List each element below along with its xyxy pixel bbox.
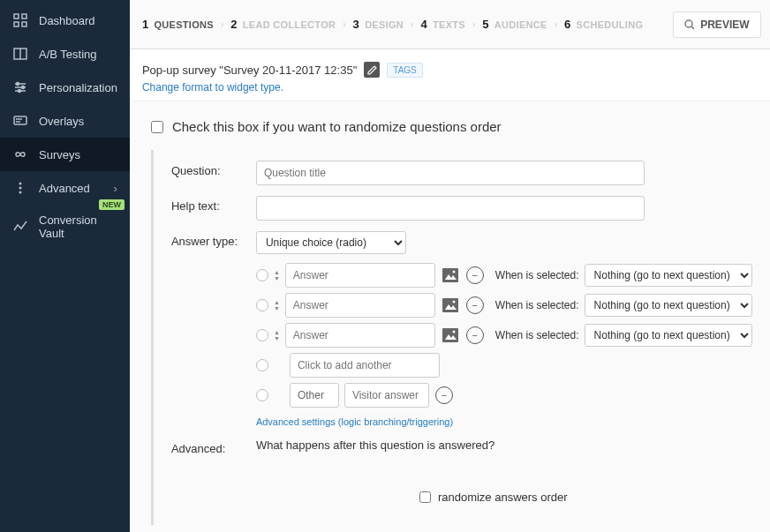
step-texts[interactable]: 4TEXTS [420, 18, 464, 31]
radio-icon[interactable] [256, 329, 268, 341]
radio-icon[interactable] [256, 359, 268, 371]
svg-point-15 [19, 183, 22, 185]
randomize-questions-checkbox[interactable] [151, 121, 163, 133]
answer-input[interactable] [285, 263, 435, 288]
svg-point-17 [19, 191, 22, 194]
answer-type-select[interactable]: Unique choice (radio) [256, 231, 406, 254]
when-selected-label: When is selected: [495, 329, 579, 341]
radio-icon[interactable] [256, 389, 268, 401]
sidebar-item-label: Advanced [39, 182, 103, 195]
survey-title: Pop-up survey "Survey 20-11-2017 12:35" [142, 64, 357, 77]
main: 1QUESTIONS › 2LEAD COLLECTOR › 3DESIGN ›… [130, 0, 770, 532]
sidebar: Dashboard A/B Testing Personalization Ov… [0, 0, 130, 532]
remove-other-button[interactable]: − [434, 386, 454, 405]
step-separator: › [343, 19, 345, 29]
svg-point-11 [19, 90, 21, 93]
answer-row: ▲▼ − When is selected: Nothing (go to ne… [256, 293, 752, 318]
svg-point-10 [22, 86, 25, 89]
image-icon[interactable] [441, 326, 460, 345]
when-selected-select[interactable]: Nothing (go to next question) [585, 294, 752, 317]
step-questions[interactable]: 1QUESTIONS [142, 18, 214, 31]
steps-bar: 1QUESTIONS › 2LEAD COLLECTOR › 3DESIGN ›… [130, 0, 770, 49]
add-another-row [256, 353, 752, 378]
step-separator: › [472, 19, 475, 29]
other-label-input[interactable] [290, 383, 339, 408]
step-separator: › [555, 19, 557, 29]
grid-icon [12, 12, 28, 28]
edit-title-button[interactable] [364, 62, 380, 78]
randomize-answers-label: randomize answers order [438, 491, 568, 504]
sidebar-item-conversion-vault[interactable]: NEW Conversion Vault [0, 205, 130, 249]
step-separator: › [411, 19, 413, 29]
answer-input[interactable] [285, 293, 435, 318]
sort-handle[interactable]: ▲▼ [274, 299, 280, 311]
answer-type-label: Answer type: [171, 231, 256, 248]
question-title-input[interactable] [256, 161, 645, 185]
sidebar-item-label: A/B Testing [39, 48, 117, 61]
tags-button[interactable]: TAGS [387, 63, 422, 78]
remove-answer-button[interactable]: − [465, 326, 485, 345]
answer-row: ▲▼ − When is selected: Nothing (go to ne… [256, 323, 752, 348]
svg-point-28 [452, 331, 455, 333]
message-icon [12, 113, 28, 129]
preview-button[interactable]: PREVIEW [673, 11, 760, 38]
step-audience[interactable]: 5AUDIENCE [482, 18, 547, 31]
sidebar-item-label: Conversion Vault [39, 214, 117, 240]
svg-rect-2 [14, 22, 19, 26]
answer-row: ▲▼ − When is selected: Nothing (go to ne… [256, 263, 752, 288]
svg-rect-26 [442, 328, 458, 342]
radio-icon[interactable] [256, 299, 268, 311]
radio-icon[interactable] [256, 269, 268, 281]
infinity-icon [12, 146, 28, 162]
sidebar-item-overlays[interactable]: Overlays [0, 104, 130, 138]
svg-point-9 [17, 83, 19, 86]
svg-point-22 [452, 271, 455, 273]
image-icon[interactable] [441, 266, 460, 285]
sidebar-item-abtesting[interactable]: A/B Testing [0, 37, 130, 71]
columns-icon [12, 46, 28, 62]
svg-rect-12 [14, 116, 26, 124]
image-icon[interactable] [441, 296, 460, 315]
sidebar-item-dashboard[interactable]: Dashboard [0, 4, 130, 37]
when-selected-select[interactable]: Nothing (go to next question) [585, 324, 752, 347]
step-lead-collector[interactable]: 2LEAD COLLECTOR [230, 18, 336, 31]
chart-icon [12, 219, 28, 235]
sidebar-item-surveys[interactable]: Surveys [0, 138, 130, 171]
sort-handle[interactable]: ▲▼ [274, 269, 280, 281]
help-text-input[interactable] [256, 196, 645, 221]
question-label: Question: [171, 161, 256, 177]
randomize-answers-checkbox[interactable] [419, 491, 431, 503]
when-selected-label: When is selected: [495, 269, 579, 281]
sidebar-item-label: Overlays [39, 115, 117, 128]
content: Check this box if you want to randomize … [130, 101, 770, 532]
visitor-answer-input[interactable] [344, 383, 429, 408]
when-selected-select[interactable]: Nothing (go to next question) [585, 264, 752, 287]
change-format-link[interactable]: Change format to widget type. [142, 81, 283, 94]
svg-rect-1 [22, 14, 26, 19]
randomize-questions-row: Check this box if you want to randomize … [151, 119, 752, 134]
step-scheduling[interactable]: 6SCHEDULING [564, 18, 643, 31]
svg-rect-20 [442, 268, 458, 282]
svg-rect-0 [14, 14, 19, 19]
remove-answer-button[interactable]: − [465, 296, 485, 315]
add-another-input[interactable] [290, 353, 440, 378]
when-selected-label: When is selected: [495, 299, 579, 311]
remove-answer-button[interactable]: − [465, 266, 485, 285]
svg-point-25 [452, 301, 455, 303]
svg-rect-23 [442, 298, 458, 312]
sidebar-item-label: Surveys [39, 148, 117, 161]
step-design[interactable]: 3DESIGN [353, 18, 404, 31]
sliders-icon [12, 79, 28, 95]
svg-point-18 [685, 20, 692, 27]
other-row: − [256, 383, 752, 408]
advanced-label: Advanced: [171, 438, 256, 455]
dots-icon [12, 180, 28, 196]
sidebar-item-personalization[interactable]: Personalization [0, 71, 130, 104]
answer-input[interactable] [285, 323, 435, 348]
sort-handle[interactable]: ▲▼ [274, 329, 280, 341]
new-badge: NEW [99, 199, 125, 210]
svg-line-19 [691, 26, 694, 29]
sidebar-item-label: Personalization [39, 81, 117, 94]
advanced-settings-link[interactable]: Advanced settings (logic branching/trigg… [256, 416, 453, 427]
advanced-question-text: What happens after this question is answ… [256, 438, 752, 452]
